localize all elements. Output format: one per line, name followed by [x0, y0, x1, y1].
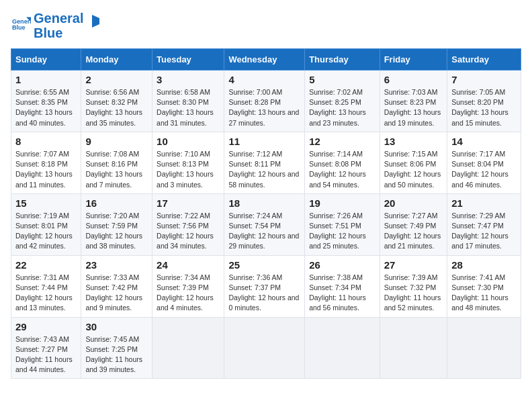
week-row-3: 15Sunrise: 7:19 AMSunset: 8:01 PMDayligh…	[11, 193, 521, 255]
week-row-5: 29Sunrise: 7:43 AMSunset: 7:27 PMDayligh…	[11, 317, 521, 379]
cell-info: Sunrise: 7:14 AMSunset: 8:08 PMDaylight:…	[309, 150, 366, 189]
week-row-4: 22Sunrise: 7:31 AMSunset: 7:44 PMDayligh…	[11, 255, 521, 317]
cell-info: Sunrise: 7:02 AMSunset: 8:25 PMDaylight:…	[309, 88, 366, 127]
page-header: General Blue General Blue	[11, 11, 521, 40]
day-number: 22	[15, 259, 77, 271]
calendar-cell: 5Sunrise: 7:02 AMSunset: 8:25 PMDaylight…	[305, 71, 380, 132]
day-number: 2	[85, 74, 148, 85]
day-number: 23	[85, 259, 148, 271]
cell-info: Sunrise: 7:00 AMSunset: 8:28 PMDaylight:…	[228, 88, 299, 127]
day-number: 15	[15, 197, 77, 209]
calendar-cell: 30Sunrise: 7:45 AMSunset: 7:25 PMDayligh…	[81, 317, 152, 379]
calendar-cell: 2Sunrise: 6:56 AMSunset: 8:32 PMDaylight…	[81, 71, 152, 132]
logo-icon: General Blue	[12, 15, 31, 34]
col-header-tuesday: Tuesday	[152, 49, 224, 71]
day-number: 29	[15, 321, 77, 332]
day-number: 13	[384, 136, 443, 147]
logo-general: General	[34, 11, 83, 26]
day-number: 30	[85, 321, 148, 332]
calendar-cell: 24Sunrise: 7:34 AMSunset: 7:39 PMDayligh…	[152, 255, 224, 317]
col-header-monday: Monday	[81, 49, 152, 71]
week-row-2: 8Sunrise: 7:07 AMSunset: 8:18 PMDaylight…	[11, 132, 521, 193]
calendar-cell: 6Sunrise: 7:03 AMSunset: 8:23 PMDaylight…	[380, 71, 447, 132]
cell-info: Sunrise: 7:07 AMSunset: 8:18 PMDaylight:…	[15, 150, 73, 189]
calendar-cell: 3Sunrise: 6:58 AMSunset: 8:30 PMDaylight…	[152, 71, 224, 132]
day-number: 10	[157, 136, 220, 147]
cell-info: Sunrise: 7:22 AMSunset: 7:56 PMDaylight:…	[157, 212, 214, 250]
day-number: 7	[451, 74, 517, 85]
calendar-cell: 14Sunrise: 7:17 AMSunset: 8:04 PMDayligh…	[447, 132, 521, 193]
svg-text:Blue: Blue	[12, 24, 26, 31]
cell-info: Sunrise: 7:38 AMSunset: 7:34 PMDaylight:…	[309, 273, 366, 312]
col-header-thursday: Thursday	[305, 49, 380, 71]
logo-blue: Blue	[34, 26, 83, 40]
cell-info: Sunrise: 7:05 AMSunset: 8:20 PMDaylight:…	[451, 88, 508, 127]
calendar-cell: 25Sunrise: 7:36 AMSunset: 7:37 PMDayligh…	[224, 255, 305, 317]
day-number: 19	[309, 197, 375, 209]
day-number: 17	[157, 197, 220, 209]
cell-info: Sunrise: 7:17 AMSunset: 8:04 PMDaylight:…	[451, 150, 508, 189]
calendar-cell: 23Sunrise: 7:33 AMSunset: 7:42 PMDayligh…	[81, 255, 152, 317]
day-number: 16	[85, 197, 148, 209]
day-number: 5	[309, 74, 375, 85]
calendar-cell: 20Sunrise: 7:27 AMSunset: 7:49 PMDayligh…	[380, 193, 447, 255]
day-number: 3	[157, 74, 220, 85]
cell-info: Sunrise: 7:19 AMSunset: 8:01 PMDaylight:…	[15, 212, 73, 250]
calendar-cell: 18Sunrise: 7:24 AMSunset: 7:54 PMDayligh…	[224, 193, 305, 255]
calendar-cell: 9Sunrise: 7:08 AMSunset: 8:16 PMDaylight…	[81, 132, 152, 193]
calendar-table: SundayMondayTuesdayWednesdayThursdayFrid…	[11, 48, 521, 379]
calendar-cell: 22Sunrise: 7:31 AMSunset: 7:44 PMDayligh…	[11, 255, 81, 317]
cell-info: Sunrise: 6:55 AMSunset: 8:35 PMDaylight:…	[15, 88, 73, 127]
cell-info: Sunrise: 7:39 AMSunset: 7:32 PMDaylight:…	[384, 273, 441, 312]
cell-info: Sunrise: 6:56 AMSunset: 8:32 PMDaylight:…	[85, 88, 142, 127]
calendar-cell: 28Sunrise: 7:41 AMSunset: 7:30 PMDayligh…	[447, 255, 521, 317]
calendar-cell: 12Sunrise: 7:14 AMSunset: 8:08 PMDayligh…	[305, 132, 380, 193]
day-number: 11	[228, 136, 300, 147]
cell-info: Sunrise: 7:15 AMSunset: 8:06 PMDaylight:…	[384, 150, 441, 189]
calendar-cell	[447, 317, 521, 379]
week-row-1: 1Sunrise: 6:55 AMSunset: 8:35 PMDaylight…	[11, 71, 521, 132]
cell-info: Sunrise: 7:08 AMSunset: 8:16 PMDaylight:…	[85, 150, 142, 189]
calendar-cell: 10Sunrise: 7:10 AMSunset: 8:13 PMDayligh…	[152, 132, 224, 193]
day-number: 12	[309, 136, 375, 147]
cell-info: Sunrise: 7:34 AMSunset: 7:39 PMDaylight:…	[157, 273, 214, 312]
calendar-cell: 13Sunrise: 7:15 AMSunset: 8:06 PMDayligh…	[380, 132, 447, 193]
cell-info: Sunrise: 7:36 AMSunset: 7:37 PMDaylight:…	[228, 273, 299, 312]
col-header-wednesday: Wednesday	[224, 49, 305, 71]
calendar-cell: 19Sunrise: 7:26 AMSunset: 7:51 PMDayligh…	[305, 193, 380, 255]
svg-marker-3	[92, 15, 99, 28]
day-number: 25	[228, 259, 300, 271]
day-number: 24	[157, 259, 220, 271]
day-number: 8	[15, 136, 77, 147]
day-number: 6	[384, 74, 443, 85]
day-number: 9	[85, 136, 148, 147]
calendar-cell	[152, 317, 224, 379]
calendar-cell: 27Sunrise: 7:39 AMSunset: 7:32 PMDayligh…	[380, 255, 447, 317]
cell-info: Sunrise: 7:24 AMSunset: 7:54 PMDaylight:…	[228, 212, 299, 250]
col-header-saturday: Saturday	[447, 49, 521, 71]
calendar-cell: 16Sunrise: 7:20 AMSunset: 7:59 PMDayligh…	[81, 193, 152, 255]
day-number: 18	[228, 197, 300, 209]
calendar-cell: 15Sunrise: 7:19 AMSunset: 8:01 PMDayligh…	[11, 193, 81, 255]
cell-info: Sunrise: 7:20 AMSunset: 7:59 PMDaylight:…	[85, 212, 142, 250]
calendar-cell	[380, 317, 447, 379]
day-number: 28	[451, 259, 517, 271]
calendar-cell: 29Sunrise: 7:43 AMSunset: 7:27 PMDayligh…	[11, 317, 81, 379]
cell-info: Sunrise: 7:12 AMSunset: 8:11 PMDaylight:…	[228, 150, 299, 189]
calendar-cell	[224, 317, 305, 379]
calendar-cell: 1Sunrise: 6:55 AMSunset: 8:35 PMDaylight…	[11, 71, 81, 132]
day-number: 4	[228, 74, 300, 85]
cell-info: Sunrise: 7:10 AMSunset: 8:13 PMDaylight:…	[157, 150, 214, 189]
day-number: 20	[384, 197, 443, 209]
col-header-friday: Friday	[380, 49, 447, 71]
day-number: 14	[451, 136, 517, 147]
calendar-cell: 21Sunrise: 7:29 AMSunset: 7:47 PMDayligh…	[447, 193, 521, 255]
cell-info: Sunrise: 7:43 AMSunset: 7:27 PMDaylight:…	[15, 335, 73, 374]
cell-info: Sunrise: 7:41 AMSunset: 7:30 PMDaylight:…	[451, 273, 508, 312]
calendar-cell: 26Sunrise: 7:38 AMSunset: 7:34 PMDayligh…	[305, 255, 380, 317]
cell-info: Sunrise: 7:26 AMSunset: 7:51 PMDaylight:…	[309, 212, 366, 250]
calendar-cell: 17Sunrise: 7:22 AMSunset: 7:56 PMDayligh…	[152, 193, 224, 255]
day-number: 27	[384, 259, 443, 271]
calendar-cell: 11Sunrise: 7:12 AMSunset: 8:11 PMDayligh…	[224, 132, 305, 193]
cell-info: Sunrise: 7:03 AMSunset: 8:23 PMDaylight:…	[384, 88, 441, 127]
